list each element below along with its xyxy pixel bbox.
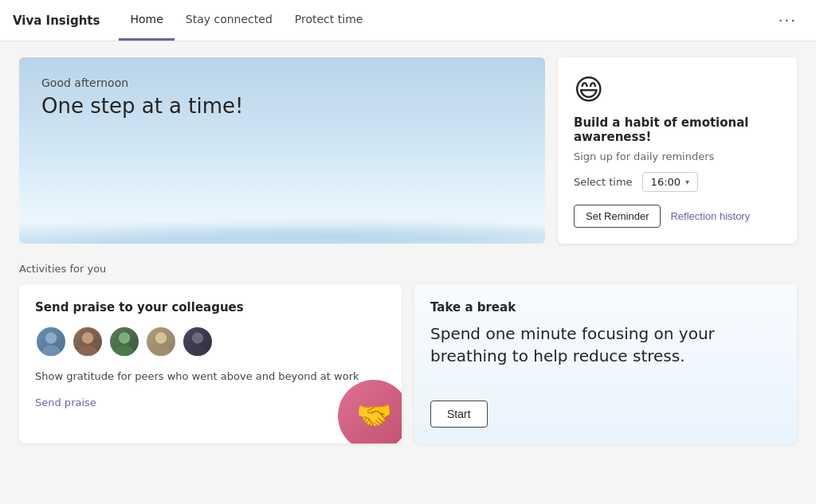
svg-point-0 [45,332,57,343]
nav-tab-home[interactable]: Home [119,0,174,41]
svg-point-6 [155,332,167,343]
start-break-button[interactable]: Start [430,400,488,428]
send-praise-link[interactable]: Send praise [35,397,96,408]
reminder-time-label: Select time [574,176,633,188]
svg-point-8 [192,332,203,343]
hero-greeting: Good afternoon [41,76,523,89]
reminder-time-select[interactable]: 16:00 ▾ [642,172,699,192]
svg-point-1 [41,346,60,358]
activity-row: Send praise to your colleagues [19,284,797,443]
nav-tabs: Home Stay connected Protect time [119,0,374,41]
handshake-icon: 🤝 [356,399,392,432]
chevron-down-icon: ▾ [685,178,689,186]
praise-description: Show gratitude for peers who went above … [35,369,386,385]
hero-headline: One step at a time! [41,94,523,118]
main-content: Good afternoon One step at a time! 😄 Bui… [0,41,816,504]
avatars-row [35,326,386,357]
svg-point-7 [151,346,170,358]
reminder-actions: Set Reminder Reflection history [574,205,781,228]
break-card: Take a break Spend one minute focusing o… [414,284,797,443]
app-logo: Viva Insights [13,14,100,28]
avatar [108,326,140,357]
nav-tab-stay-connected[interactable]: Stay connected [175,0,284,41]
activities-label: Activities for you [19,263,797,275]
reminder-time-row: Select time 16:00 ▾ [574,172,781,192]
svg-point-3 [78,346,96,358]
nav-tab-protect-time[interactable]: Protect time [284,0,375,41]
reminder-card: 😄 Build a habit of emotional awareness! … [558,57,797,244]
svg-point-4 [119,332,130,343]
svg-point-2 [82,332,93,343]
app-header: Viva Insights Home Stay connected Protec… [0,0,816,41]
avatar [182,326,214,357]
more-options-button[interactable]: ··· [772,9,803,32]
reminder-emoji: 😄 [574,73,781,106]
reminder-subtitle: Sign up for daily reminders [574,150,781,162]
top-row: Good afternoon One step at a time! 😄 Bui… [19,57,797,244]
break-card-title: Take a break [430,300,781,315]
hero-card: Good afternoon One step at a time! [19,57,545,244]
avatar [145,326,177,357]
reflection-history-button[interactable]: Reflection history [670,210,750,222]
praise-card-title: Send praise to your colleagues [35,300,386,315]
break-card-description: Spend one minute focusing on your breath… [430,322,781,383]
svg-point-5 [115,346,133,358]
reminder-time-value: 16:00 [651,176,681,188]
avatar [35,326,67,357]
svg-point-9 [188,346,206,358]
praise-illustration: 🤝 [338,380,402,443]
praise-card: Send praise to your colleagues [19,284,402,443]
avatar [72,326,104,357]
set-reminder-button[interactable]: Set Reminder [574,205,661,228]
reminder-title: Build a habit of emotional awareness! [574,115,781,144]
